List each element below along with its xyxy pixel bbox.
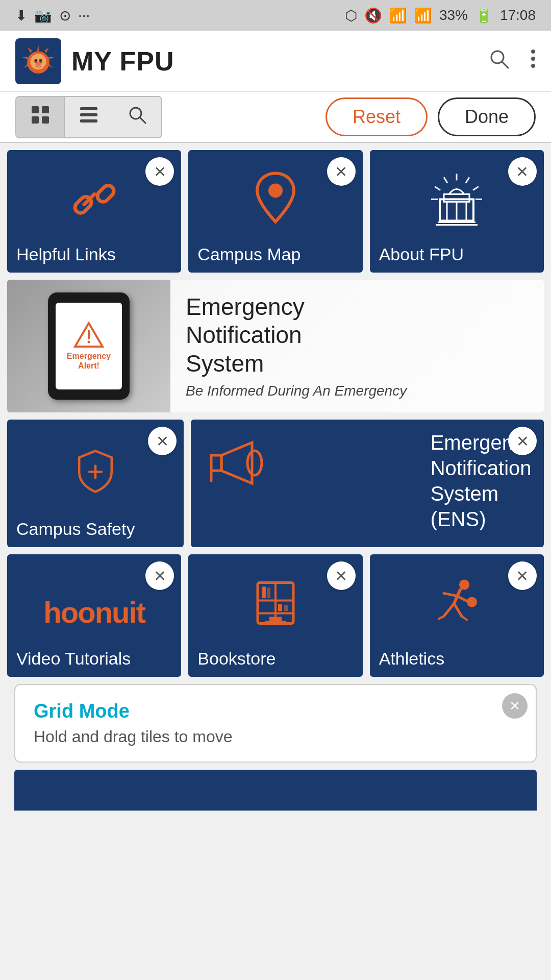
remove-video-tutorials-button[interactable]: ✕ <box>145 561 174 590</box>
svg-rect-23 <box>42 116 49 124</box>
mute-icon: 🔇 <box>364 7 382 24</box>
map-pin-icon <box>250 168 301 240</box>
remove-bookstore-button[interactable]: ✕ <box>327 561 356 590</box>
tile-about-fpu-label: About FPU <box>370 236 473 273</box>
app-title: MY FPU <box>71 46 174 77</box>
status-icons-right: ⬡ 🔇 📶 📶 33% 🔋 17:08 <box>345 7 536 24</box>
tile-emergency-banner[interactable]: Emergency Alert! EmergencyNotificationSy… <box>7 280 544 412</box>
grid-view-button[interactable] <box>16 97 65 137</box>
tile-about-fpu[interactable]: ✕ <box>370 150 544 273</box>
megaphone-icon <box>206 435 272 493</box>
remove-about-fpu-button[interactable]: ✕ <box>508 157 537 186</box>
svg-rect-62 <box>265 621 286 624</box>
svg-point-31 <box>268 183 283 198</box>
search-view-button[interactable] <box>113 97 161 137</box>
grid-mode-title: Grid Mode <box>34 700 517 722</box>
toolbar-actions: Reset Done <box>325 97 536 136</box>
tile-ens[interactable]: ✕ EmergencyNotificationSystem(ENS) <box>191 420 544 547</box>
alert-triangle-icon <box>73 322 104 348</box>
grid-row-4: ✕ hoonuit Video Tutorials ✕ <box>7 554 544 677</box>
svg-rect-40 <box>444 194 469 202</box>
svg-line-71 <box>462 616 467 620</box>
hoonuit-logo-icon: hoonuit <box>43 595 145 629</box>
signal-icon: 📶 <box>414 7 432 24</box>
svg-line-69 <box>454 603 462 616</box>
svg-line-28 <box>140 117 145 123</box>
battery-icon: 🔋 <box>475 7 493 24</box>
tile-video-tutorials[interactable]: ✕ hoonuit Video Tutorials <box>7 554 181 677</box>
grid-row-1: ✕ Helpful Links ✕ Campus Map <box>7 150 544 273</box>
svg-line-70 <box>439 616 444 619</box>
tile-campus-map-label: Campus Map <box>188 236 310 273</box>
toolbar: Reset Done <box>0 92 551 143</box>
list-view-button[interactable] <box>65 97 113 137</box>
tile-helpful-links-label: Helpful Links <box>7 236 125 273</box>
svg-point-13 <box>40 59 41 61</box>
svg-line-36 <box>435 186 440 190</box>
tile-helpful-links[interactable]: ✕ Helpful Links <box>7 150 181 273</box>
svg-marker-51 <box>211 455 221 471</box>
partial-tile-bottom <box>14 770 537 811</box>
tile-athletics[interactable]: ✕ <box>370 554 544 677</box>
phone-screen: Emergency Alert! <box>56 303 122 389</box>
svg-line-35 <box>444 177 447 183</box>
app-bar: MY FPU <box>0 31 551 92</box>
wifi-icon: 📶 <box>389 7 407 24</box>
banner-subtitle: Be Informed During An Emergency <box>186 383 529 399</box>
svg-rect-21 <box>42 106 49 113</box>
tooltip-close-button[interactable]: ✕ <box>502 693 528 719</box>
svg-rect-63 <box>269 617 282 621</box>
app-bar-actions <box>488 47 536 75</box>
battery-percent: 33% <box>439 7 468 23</box>
tile-campus-safety[interactable]: ✕ Campus Safety <box>7 420 184 547</box>
reset-button[interactable]: Reset <box>325 97 428 136</box>
dots-icon: ··· <box>78 7 90 23</box>
svg-point-52 <box>247 451 262 475</box>
remove-helpful-links-button[interactable]: ✕ <box>145 157 174 186</box>
svg-point-17 <box>531 50 535 54</box>
phone-mockup: Emergency Alert! <box>48 292 130 400</box>
chain-icon <box>66 171 122 238</box>
svg-point-72 <box>467 597 477 607</box>
svg-line-16 <box>502 62 508 68</box>
remove-ens-button[interactable]: ✕ <box>508 427 537 455</box>
svg-rect-25 <box>80 113 97 116</box>
athletics-icon <box>429 575 485 642</box>
status-bar: ⬇ 📷 ⊙ ··· ⬡ 🔇 📶 📶 33% 🔋 17:08 <box>0 0 551 31</box>
svg-rect-60 <box>278 604 282 611</box>
grid-row-3: ✕ Campus Safety ✕ <box>7 420 544 547</box>
tile-bookstore-label: Bookstore <box>188 641 285 677</box>
svg-point-12 <box>35 59 37 61</box>
tile-bookstore[interactable]: ✕ Bookstore <box>188 554 362 677</box>
done-button[interactable]: Done <box>438 97 536 136</box>
svg-rect-22 <box>32 116 39 124</box>
svg-point-64 <box>459 579 469 590</box>
svg-line-68 <box>444 603 454 616</box>
svg-line-33 <box>466 177 469 183</box>
search-button[interactable] <box>488 47 510 75</box>
svg-rect-58 <box>262 586 266 598</box>
bluetooth-icon: ⬡ <box>345 7 357 24</box>
app-logo <box>15 38 61 84</box>
record-icon: ⊙ <box>59 7 71 24</box>
building-icon <box>429 171 485 238</box>
download-icon: ⬇ <box>15 7 27 24</box>
banner-image: Emergency Alert! <box>7 280 170 412</box>
remove-campus-safety-button[interactable]: ✕ <box>148 427 177 455</box>
tile-video-tutorials-label: Video Tutorials <box>7 641 140 677</box>
svg-line-66 <box>444 593 457 596</box>
svg-point-18 <box>531 57 535 61</box>
svg-line-34 <box>473 186 479 190</box>
svg-rect-61 <box>284 605 288 611</box>
more-options-button[interactable] <box>531 47 536 75</box>
svg-rect-24 <box>80 107 97 110</box>
grid-mode-tooltip: ✕ Grid Mode Hold and drag tiles to move <box>14 684 537 763</box>
remove-campus-map-button[interactable]: ✕ <box>327 157 356 186</box>
remove-athletics-button[interactable]: ✕ <box>508 561 537 590</box>
tile-campus-map[interactable]: ✕ Campus Map <box>188 150 362 273</box>
grid-mode-body: Hold and drag tiles to move <box>34 727 517 746</box>
banner-text: EmergencyNotificationSystem Be Informed … <box>170 280 544 412</box>
tile-grid: ✕ Helpful Links ✕ Campus Map <box>0 143 551 818</box>
tile-campus-safety-label: Campus Safety <box>7 511 144 547</box>
svg-line-67 <box>457 596 467 601</box>
